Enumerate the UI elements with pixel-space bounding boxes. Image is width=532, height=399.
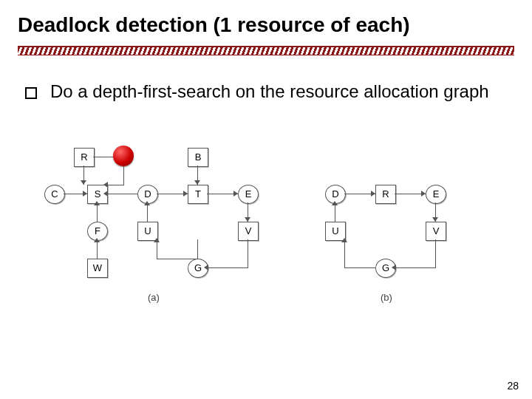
node-W-a: W: [87, 259, 108, 278]
node-B-a: B: [188, 148, 208, 167]
edge: [197, 239, 198, 259]
arrow-icon: [94, 238, 100, 242]
bullet-item: Do a depth-first-search on the resource …: [25, 81, 489, 102]
edge: [248, 239, 248, 267]
node-V-b: V: [426, 222, 446, 241]
bullet-square-icon: [25, 87, 37, 99]
node-R-b: R: [375, 185, 396, 204]
arrow-icon: [392, 265, 396, 270]
node-E-b: E: [426, 185, 446, 204]
edge: [106, 194, 137, 194]
edge: [395, 267, 436, 268]
edge: [106, 185, 124, 185]
node-V-a: V: [238, 222, 259, 241]
arrow-icon: [81, 180, 86, 185]
caption-b: (b): [381, 292, 392, 303]
arrow-icon: [332, 201, 338, 205]
edge: [207, 267, 248, 268]
arrow-icon: [154, 238, 160, 242]
caption-a: (a): [148, 292, 160, 303]
edge: [344, 267, 375, 268]
arrow-icon: [83, 191, 87, 197]
arrow-icon: [204, 265, 208, 270]
node-T-a: T: [188, 185, 208, 204]
arrow-icon: [194, 180, 200, 185]
arrow-icon: [371, 191, 375, 197]
title-rule: [18, 46, 514, 55]
node-E-a: E: [238, 185, 259, 204]
resource-allocation-diagram: R B C S D T E F U V W G: [66, 148, 466, 318]
arrow-icon: [144, 201, 150, 205]
page-number: 28: [507, 380, 519, 392]
arrow-icon: [103, 191, 108, 197]
red-marker-icon: [113, 146, 134, 166]
edge: [435, 239, 436, 267]
arrow-icon: [233, 191, 238, 197]
arrow-icon: [341, 238, 347, 242]
arrow-icon: [432, 217, 438, 222]
edge: [344, 239, 345, 267]
edge: [93, 157, 113, 157]
arrow-icon: [94, 201, 100, 205]
bullet-text: Do a depth-first-search on the resource …: [50, 81, 489, 102]
arrow-icon: [245, 217, 250, 222]
arrow-icon: [103, 182, 108, 188]
node-R-a: R: [74, 148, 95, 167]
arrow-icon: [183, 191, 188, 197]
node-C-a: C: [44, 185, 65, 204]
edge: [157, 259, 197, 259]
page-title: Deadlock detection (1 resource of each): [18, 13, 410, 37]
edge: [123, 166, 124, 185]
arrow-icon: [421, 191, 426, 197]
